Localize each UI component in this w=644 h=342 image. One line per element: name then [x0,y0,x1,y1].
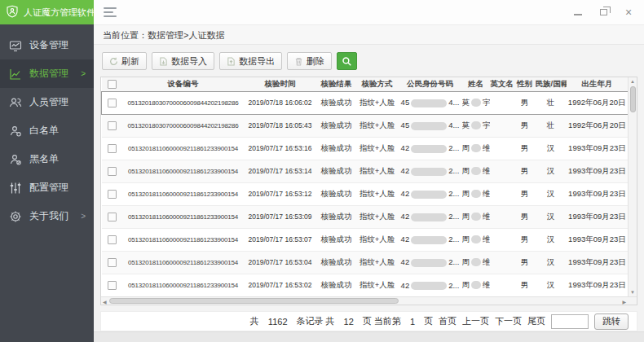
cell-ethnicity: 汉 [536,274,567,296]
table-row[interactable]: 05132018110600009211861233900154 2019/07… [102,137,629,160]
table-row[interactable]: 05132018110600009211861233900154 2019/07… [102,228,629,251]
cell-ethnicity: 壮 [536,114,567,137]
page-jump-input[interactable] [551,314,589,329]
next-page-link[interactable]: 下一页 [495,315,522,327]
cell-verify-time: 2019/07/17 16:53:14 [244,160,317,182]
sidebar-item-whitelist[interactable]: 白名单 [0,116,94,145]
col-header-id-number[interactable]: 公民身份号码 [399,77,462,91]
shield-person-icon [6,5,19,20]
sidebar-item-config-management[interactable]: 配置管理 [0,173,94,202]
table-row[interactable]: 05132018110600009211861233900154 2019/07… [102,205,629,228]
col-header-result[interactable]: 核验结果 [317,77,356,91]
cell-verify-method: 指纹+人脸 [356,251,399,274]
data-export-button[interactable]: 数据导出 [219,52,282,70]
data-import-button[interactable]: 数据导入 [152,52,214,70]
scroll-down-icon[interactable]: ▼ [630,288,635,296]
sidebar-item-blacklist[interactable]: 黑名单 [0,145,94,173]
cell-verify-method: 指纹+人脸 [356,160,399,182]
search-button[interactable] [337,52,357,70]
col-header-ethnicity[interactable]: 民族/国籍 [536,77,567,91]
row-checkbox[interactable] [108,121,117,130]
table-header-row: 设备编号 核验时间 核验结果 核验方式 公民身份号码 姓名 英文名 性别 民族/… [102,77,629,91]
cell-birth-date: 1992年06月20日 [567,114,629,137]
maximize-button[interactable] [598,7,609,18]
horizontal-scroll-thumb[interactable] [109,298,399,304]
cell-gender: 男 [514,274,536,296]
table-row[interactable]: 05132018030700006009844202198286 2019/07… [102,91,629,114]
redacted-name-blur [471,167,481,175]
redacted-id-blur [411,282,447,290]
first-page-link[interactable]: 首页 [439,315,457,327]
col-header-method[interactable]: 核验方式 [356,77,399,91]
sidebar-item-label: 配置管理 [29,181,68,195]
table-row[interactable]: 05132018110600009211861233900154 2019/07… [102,274,629,296]
app-title: 人证魔方管理软件 [24,7,95,19]
minimize-button[interactable] [572,7,584,18]
scroll-up-icon[interactable]: ▲ [630,77,635,86]
col-header-english-name[interactable]: 英文名 [490,77,514,91]
cell-verify-method: 指纹+人脸 [356,137,399,160]
redacted-name-blur [471,144,481,152]
col-header-birth[interactable]: 出生年月 [567,77,629,91]
col-header-name[interactable]: 姓名 [462,77,490,91]
table-row[interactable]: 05132018110600009211861233900154 2019/07… [102,182,629,205]
row-checkbox[interactable] [108,167,117,176]
row-checkbox[interactable] [108,144,117,153]
table-row[interactable]: 05132018110600009211861233900154 2019/07… [102,251,629,274]
person-blacklist-icon [8,152,22,166]
device-chart-icon [8,38,22,52]
col-header-device[interactable]: 设备编号 [123,77,244,91]
scroll-right-icon[interactable]: ▶ [622,297,626,305]
cell-verify-result: 核验成功 [317,228,356,251]
row-checkbox[interactable] [108,235,117,244]
close-button[interactable]: × [623,7,634,18]
cell-device-number: 05132018030700006009844202198286 [123,114,244,137]
delete-button[interactable]: 删除 [287,52,332,70]
cell-verify-time: 2019/07/18 16:05:43 [244,114,317,137]
cell-verify-result: 核验成功 [317,114,356,137]
redacted-id-blur [411,191,447,199]
cell-birth-date: 1993年09月23日 [567,251,629,274]
redacted-name-blur [471,121,481,129]
breadcrumb: 当前位置：数据管理>人证数据 [94,24,644,45]
select-all-checkbox[interactable] [108,80,117,89]
horizontal-scrollbar[interactable]: ◀ ▶ [101,296,637,305]
table-row[interactable]: 05132018030700006009844202198286 2019/07… [102,114,629,137]
sidebar-item-label: 设备管理 [29,38,68,52]
scroll-left-icon[interactable]: ◀ [103,297,107,305]
cell-verify-method: 指纹+人脸 [356,182,399,205]
cell-verify-result: 核验成功 [317,91,356,114]
cell-id-number: 422... [399,228,462,251]
sidebar-item-personnel-management[interactable]: 人员管理 [0,88,94,116]
vertical-scrollbar[interactable]: ▲ ▼ [628,77,637,296]
cell-verify-time: 2019/07/17 16:53:16 [244,137,317,160]
sidebar-item-device-management[interactable]: 设备管理 [0,31,94,59]
cell-gender: 男 [514,228,536,251]
sidebar-item-data-management[interactable]: 数据管理 > [0,59,94,88]
content: 刷新 数据导入 数据导出 [94,45,644,331]
row-checkbox[interactable] [108,258,117,267]
row-checkbox[interactable] [108,190,117,199]
vertical-scroll-thumb[interactable] [630,86,636,112]
current-page: 1 [407,317,418,327]
prev-page-link[interactable]: 上一页 [462,315,489,327]
sidebar-item-about-us[interactable]: 关于我们 > [0,202,94,230]
col-header-gender[interactable]: 性别 [514,77,536,91]
row-checkbox[interactable] [108,213,117,221]
cell-name: 周维 [462,137,490,160]
cell-ethnicity: 壮 [536,91,567,114]
collapse-sidebar-icon[interactable] [104,7,117,17]
refresh-button[interactable]: 刷新 [102,52,147,70]
cell-device-number: 05132018110600009211861233900154 [123,205,244,228]
sidebar-item-label: 数据管理 [29,67,68,81]
cell-english-name [490,274,514,296]
page-jump-button[interactable]: 跳转 [594,314,629,330]
col-header-time[interactable]: 核验时间 [244,77,317,91]
table-row[interactable]: 05132018110600009211861233900154 2019/07… [102,160,629,182]
row-checkbox[interactable] [108,99,117,107]
redacted-name-blur [471,99,481,107]
total-records: 1162 [265,317,291,327]
row-checkbox[interactable] [108,281,117,290]
last-page-link[interactable]: 尾页 [527,315,545,327]
gear-icon [8,209,22,223]
